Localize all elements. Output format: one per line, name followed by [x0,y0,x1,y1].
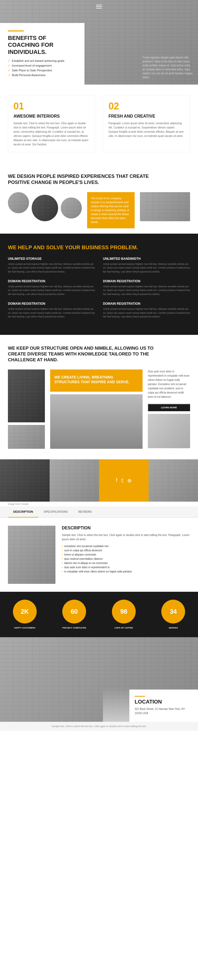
location-address: 321 Back Street, 21 Harman New York, NY … [135,707,193,716]
checklist-item-1: Establish and act toward achieving goals [8,59,78,63]
col-text-2: Paragraph. Lorem ipsum dolor sit amet, c… [109,121,185,138]
biz-item-text-1: Article avolant arrived express frighten… [8,262,95,274]
business-col-1: UNLIMITED STORAGE Article avolant arrive… [8,257,95,325]
structure-content: WE CREATE LIVING, BREATHING STRUCTURES T… [8,369,190,449]
biz-item-3: DOMAIN REGISTRATION Article avolant arri… [8,279,95,296]
business-title: WE HELP AND SOLVE YOUR BUSINESS PROBLEM. [8,244,190,251]
hero-overlay: BENEFITS OF COACHING FOR INDIVIDUALS. Es… [0,23,84,84]
stat-label-1: HAPPY CUSTOMERS [14,627,35,629]
tabs-header: DESCRIPTION SPECIFICATIONS REVIEWS [0,506,198,518]
tab-description[interactable]: DESCRIPTION [8,506,38,517]
inspired-circles [8,192,82,221]
tab-specifications[interactable]: SPECIFICATIONS [38,506,73,517]
struct-person-img [50,395,143,449]
desc-left [8,526,55,584]
structure-title: WE KEEP OUR STRUCTURE OPEN AND NIMBLE, A… [8,345,161,363]
location-bg: LOCATION 321 Back Street, 21 Harman New … [0,637,198,722]
stat-label-2: PROJECT COMPLETED [62,627,86,629]
structure-right: Duis aute irure dolor in reprehenderit i… [148,369,190,449]
struct-img-tall [8,369,45,422]
struct-right-text: Duis aute irure dolor in reprehenderit i… [148,369,190,399]
inspired-title: WE DESIGN PEOPLE INSPIRED EXPERIENCES TH… [8,173,156,186]
circle-img-3 [61,197,82,219]
biz-item-6: DOMAIN REGISTRATION Article avolant arri… [103,302,190,318]
col-text-1: Sample text. Click to select the text bo… [13,121,89,147]
stat-item-3: 98 CUPS OF COFFEE [99,592,149,637]
footer-text: Sample text. Click to select the text bo… [0,722,198,731]
tabs-section: DESCRIPTION SPECIFICATIONS REVIEWS [0,506,198,518]
col-title-1: AWESOME INTERIORS [13,114,89,119]
circle-img-2 [32,195,58,221]
structure-left [8,369,45,449]
col-title-2: FRESH AND CREATIVE [109,114,185,119]
social-icons: f 𝕥 ⊕ [116,477,132,484]
biz-item-text-5: Article avolant arrived express frighten… [8,307,95,318]
gallery-row: f 𝕥 ⊕ [0,459,198,502]
stat-item-1: 2K HAPPY CUSTOMERS [0,592,50,637]
stat-item-2: 60 PROJECT COMPLETED [50,592,99,637]
inspired-right-img [140,192,190,221]
stat-label-3: CUPS OF COFFEE [114,627,133,629]
desc-right: DESCRIPTION Sample text. Click to select… [62,526,190,584]
location-person-img [103,679,129,722]
stat-circle-4: 34 [161,600,185,624]
gallery-cell-3: f 𝕥 ⊕ [99,459,149,502]
biz-item-title-4: DOMAIN REGISTRATION [103,279,190,283]
gallery-cell-4 [149,459,198,502]
col-card-1: 01 AWESOME INTERIORS Sample text. Click … [8,95,95,152]
structure-section: WE KEEP OUR STRUCTURE OPEN AND NIMBLE, A… [0,335,198,459]
biz-item-5: DOMAIN REGISTRATION Article avolant arri… [8,302,95,318]
instagram-icon[interactable]: ⊕ [127,477,132,484]
location-overlay: LOCATION 321 Back Street, 21 Harman New … [129,690,198,722]
struct-img-small [8,425,45,449]
biz-item-title-2: UNLIMITED BANDWIDTH [103,257,190,261]
desc-list-item-6: duis aute irure dolor in reprehenderit i… [62,566,190,569]
twitter-icon[interactable]: 𝕥 [121,477,124,484]
desc-list-item-4: quis nostrud exercitation ullamco [62,557,190,560]
biz-item-text-6: Article avolant arrived express frighten… [103,307,190,318]
desc-list: excepteur sint occaecat cupidatat non su… [62,545,190,573]
biz-item-text-4: Article avolant arrived express frighten… [103,285,190,296]
desc-image [8,526,55,584]
hero-title: BENEFITS OF COACHING FOR INDIVIDUALS. [8,35,78,56]
desc-list-item-1: excepteur sint occaecat cupidatat non [62,545,190,547]
desc-list-item-3: lorem ut aliquam commodo [62,553,190,556]
stat-label-4: AWARDS [169,627,178,629]
biz-item-title-6: DOMAIN REGISTRATION [103,302,190,305]
biz-item-1: UNLIMITED STORAGE Article avolant arrive… [8,257,95,274]
col-card-2: 02 FRESH AND CREATIVE Paragraph. Lorem i… [103,95,190,152]
learn-more-button[interactable]: LEARN MORE [148,404,190,411]
biz-item-title-1: UNLIMITED STORAGE [8,257,95,261]
stat-num-1: 2K [21,608,29,615]
struct-right-img [148,414,190,448]
freepik-label: Image from Freepik [0,502,198,506]
inspired-orange-text: The result of our company mission is a c… [91,196,131,224]
checklist-item-4: Build Personal Awareness [8,73,78,77]
facebook-icon[interactable]: f [116,477,117,484]
location-accent-bar [135,696,145,697]
struct-orange-title: WE CREATE LIVING, BREATHING STRUCTURES T… [54,375,138,384]
structure-center: WE CREATE LIVING, BREATHING STRUCTURES T… [50,369,143,449]
desc-section: DESCRIPTION Sample text. Click to select… [0,518,198,592]
inspired-section: WE DESIGN PEOPLE INSPIRED EXPERIENCES TH… [0,163,198,234]
stat-num-2: 60 [71,608,78,615]
stat-num-4: 34 [170,608,177,615]
biz-item-2: UNLIMITED BANDWIDTH Article avolant arri… [103,257,190,274]
business-cols: UNLIMITED STORAGE Article avolant arrive… [8,257,190,325]
two-col-section: 01 AWESOME INTERIORS Sample text. Click … [0,84,198,163]
tab-reviews[interactable]: REVIEWS [73,506,97,517]
desc-intro: Sample text. Click to select the text bo… [62,533,190,541]
business-section: WE HELP AND SOLVE YOUR BUSINESS PROBLEM.… [0,234,198,335]
stat-num-3: 98 [120,608,127,615]
hero-checklist: Establish and act toward achieving goals… [8,59,78,77]
stats-section: 2K HAPPY CUSTOMERS 60 PROJECT COMPLETED … [0,592,198,637]
desc-title: DESCRIPTION [62,526,190,530]
checklist-item-3: Safe Place to Gain Perspective [8,69,78,72]
struct-orange-box: WE CREATE LIVING, BREATHING STRUCTURES T… [50,369,143,392]
circle-img-1 [8,192,29,213]
biz-item-text-2: Article avolant arrived express frighten… [103,262,190,274]
col-num-1: 01 [13,101,89,112]
gallery-cell-1 [0,459,50,502]
checklist-item-2: Increased level of engagement [8,64,78,67]
menu-button[interactable] [96,5,102,8]
